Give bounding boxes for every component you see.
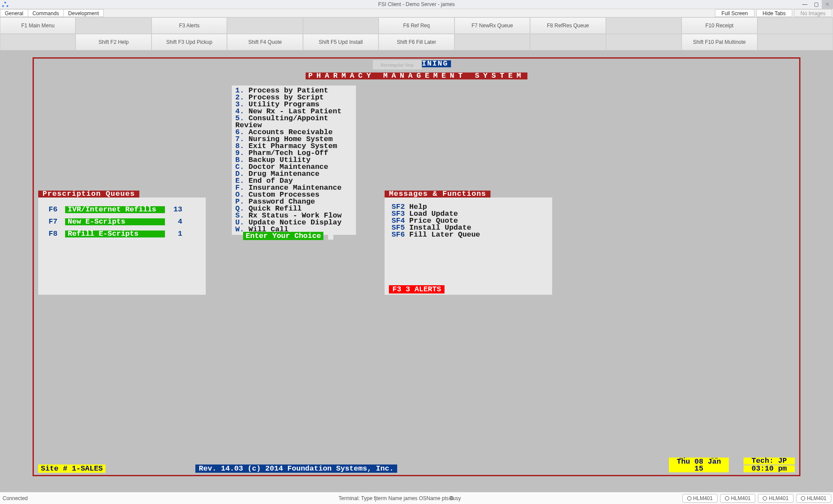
- queues-panel: F6IVR/Internet Refills13F7New E-Scripts4…: [38, 198, 206, 295]
- messages-panel: SF2 HelpSF3 Load UpdateSF4 Price QuoteSF…: [385, 198, 552, 295]
- ribbon-ribbon_row1-0[interactable]: F1 Main Menu: [0, 17, 76, 34]
- hide-tabs-button[interactable]: Hide Tabs: [756, 9, 792, 17]
- app-title: PHARMACY MANAGEMENT SYSTEM: [306, 72, 527, 79]
- ribbon-ribbon_row2-9[interactable]: Shift F10 Pat Multinote: [682, 34, 757, 50]
- ribbon-ribbon_row2-6: [454, 34, 530, 50]
- tech-badge: Tech: JP: [744, 458, 795, 464]
- status-connected: Connected: [3, 495, 28, 501]
- status-busy: Busy: [449, 495, 461, 501]
- ribbon-ribbon_row2-7: [530, 34, 606, 50]
- status-terminal-info: Terminal: Type fjterm Name james OSName …: [339, 495, 454, 501]
- ribbon-ribbon_row1-8: [606, 17, 682, 34]
- session-button-4[interactable]: HLM401: [796, 494, 831, 503]
- ribbon-ribbon_row1-9[interactable]: F10 Receipt: [682, 17, 757, 34]
- session-button-3[interactable]: HLM401: [758, 494, 793, 503]
- ribbon-ribbon_row2-10: [757, 34, 833, 50]
- ribbon-ribbon_row2-8: [606, 34, 682, 50]
- ribbon-ribbon_row1-3: [227, 17, 303, 34]
- session-button-1[interactable]: HLM401: [682, 494, 718, 503]
- session-button-2[interactable]: HLM401: [720, 494, 755, 503]
- queues-header: Prescription Queues: [38, 191, 139, 198]
- ribbon-ribbon_row1-6[interactable]: F7 NewRx Queue: [454, 17, 530, 34]
- main-menu-panel: 1. Process by Patient2. Process by Scrip…: [232, 86, 356, 235]
- tab-general[interactable]: General: [0, 9, 28, 17]
- workspace: FSI TRAINING Rectangular Snip PHARMACY M…: [0, 50, 833, 490]
- snip-label: Rectangular Snip: [372, 59, 422, 70]
- message-row[interactable]: SF6 Fill Later Queue: [392, 231, 545, 238]
- queue-row[interactable]: F8Refill E-Scripts1: [38, 228, 206, 240]
- ribbon-ribbon_row1-1: [76, 17, 151, 34]
- alert-badge[interactable]: F3 3 ALERTS: [389, 285, 444, 293]
- window-title: FSI Client - Demo Server - james: [0, 0, 833, 9]
- menu-item[interactable]: 5. Consulting/Appoint Review: [235, 115, 352, 129]
- ribbon-ribbon_row2-2[interactable]: Shift F3 Upd Pickup: [151, 34, 227, 50]
- prompt-cursor[interactable]: [328, 232, 333, 240]
- menu-row: General Commands Development Full Screen…: [0, 9, 833, 17]
- no-images-button: No Images: [794, 9, 832, 17]
- queue-row[interactable]: F7New E-Scripts4: [38, 216, 206, 228]
- tab-development[interactable]: Development: [63, 9, 104, 17]
- ribbon-ribbon_row1-4: [303, 17, 379, 34]
- prompt[interactable]: Enter Your Choice: [243, 232, 323, 240]
- ribbon-ribbon_row1-10: [757, 17, 833, 34]
- function-key-ribbon: F1 Main MenuF3 AlertsF6 Ref ReqF7 NewRx …: [0, 17, 833, 50]
- queue-row[interactable]: F6IVR/Internet Refills13: [38, 204, 206, 216]
- ribbon-ribbon_row1-2[interactable]: F3 Alerts: [151, 17, 227, 34]
- messages-header: Messages & Functions: [385, 191, 491, 198]
- ribbon-ribbon_row2-4[interactable]: Shift F5 Upd Install: [303, 34, 379, 50]
- ribbon-ribbon_row2-3[interactable]: Shift F4 Quote: [227, 34, 303, 50]
- time-badge: 03:10 pm: [744, 465, 795, 472]
- status-bar: Connected Terminal: Type fjterm Name jam…: [0, 492, 833, 504]
- ribbon-ribbon_row1-5[interactable]: F6 Ref Req: [379, 17, 454, 34]
- site-badge: Site # 1-SALES: [38, 464, 105, 473]
- tab-commands[interactable]: Commands: [28, 9, 64, 17]
- ribbon-ribbon_row1-7[interactable]: F8 RefRes Queue: [530, 17, 606, 34]
- ribbon-ribbon_row2-0: [0, 34, 76, 50]
- revision-badge: Rev. 14.03 (c) 2014 Foundation Systems, …: [195, 464, 397, 473]
- date-badge: Thu 08 Jan 15: [669, 458, 729, 472]
- window-titlebar: FSI Client - Demo Server - james — ▢ ✕: [0, 0, 833, 9]
- ribbon-ribbon_row2-1[interactable]: Shift F2 Help: [76, 34, 151, 50]
- ribbon-ribbon_row2-5[interactable]: Shift F6 Fill Later: [379, 34, 454, 50]
- terminal-frame: FSI TRAINING Rectangular Snip PHARMACY M…: [33, 57, 800, 476]
- fullscreen-button[interactable]: Full Screen: [715, 9, 754, 17]
